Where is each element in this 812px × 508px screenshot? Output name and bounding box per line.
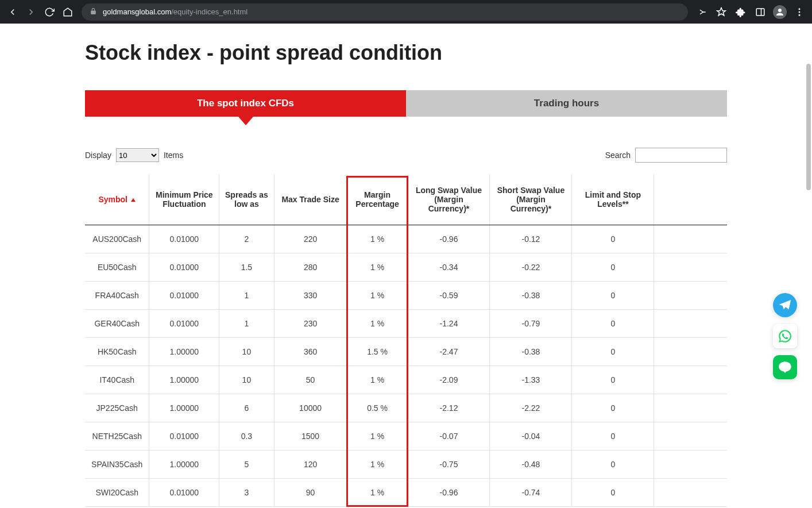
cell-margin: 1 % [347, 422, 408, 451]
cell-symbol: FRA40Cash [85, 282, 149, 310]
cell-long_swap: -0.34 [408, 253, 490, 282]
home-button[interactable] [60, 4, 76, 20]
items-label: Items [164, 151, 183, 160]
back-button[interactable] [5, 4, 21, 20]
col-header-min-price[interactable]: Minimum Price Fluctuation [149, 174, 219, 225]
cell-limit_stop: 0 [572, 225, 654, 253]
cell-max_trade: 1500 [274, 422, 347, 451]
cell-empty [654, 366, 727, 394]
reload-button[interactable] [41, 4, 57, 20]
table-row: EU50Cash0.010001.52801 %-0.34-0.220 [85, 253, 727, 282]
svg-point-2 [778, 9, 782, 12]
search-input[interactable] [635, 148, 727, 163]
col-header-margin[interactable]: Margin Percentage [347, 174, 408, 225]
cell-max_trade: 280 [274, 253, 347, 282]
cell-min_price: 1.00000 [149, 451, 219, 479]
tab-spot-index-cfds[interactable]: The spot index CFDs [85, 90, 406, 117]
cell-margin: 1 % [347, 451, 408, 479]
svg-point-4 [799, 11, 801, 13]
share-button[interactable] [694, 4, 710, 20]
cell-empty [654, 282, 727, 310]
col-header-spreads[interactable]: Spreads as low as [219, 174, 274, 225]
cell-symbol: EU50Cash [85, 253, 149, 282]
cell-margin: 1 % [347, 310, 408, 338]
forward-button[interactable] [23, 4, 39, 20]
cell-long_swap: -0.59 [408, 282, 490, 310]
cell-symbol: SPAIN35Cash [85, 451, 149, 479]
cell-empty [654, 479, 727, 507]
cell-spreads: 10 [219, 366, 274, 394]
lock-icon [90, 7, 97, 17]
cell-margin: 0.5 % [347, 394, 408, 422]
cell-max_trade: 50 [274, 366, 347, 394]
cell-limit_stop: 0 [572, 394, 654, 422]
cell-symbol: SWI20Cash [85, 479, 149, 507]
cell-min_price: 0.01000 [149, 479, 219, 507]
search-control: Search [605, 148, 727, 163]
cell-short_swap: -0.74 [490, 479, 572, 507]
cell-spreads: 1 [219, 282, 274, 310]
cell-symbol: GER40Cash [85, 310, 149, 338]
address-bar[interactable]: goldmansglobal.com/equity-indices_en.htm… [82, 3, 688, 21]
whatsapp-button[interactable] [773, 324, 797, 348]
cell-margin: 1.5 % [347, 338, 408, 366]
cell-margin: 1 % [347, 225, 408, 253]
cell-symbol: HK50Cash [85, 338, 149, 366]
extensions-button[interactable] [733, 4, 749, 20]
tab-trading-hours[interactable]: Trading hours [406, 90, 727, 117]
table-row: NETH25Cash0.010000.315001 %-0.07-0.040 [85, 422, 727, 451]
cell-max_trade: 90 [274, 479, 347, 507]
cell-margin: 1 % [347, 282, 408, 310]
cell-min_price: 1.00000 [149, 394, 219, 422]
cell-min_price: 0.01000 [149, 422, 219, 451]
cell-limit_stop: 0 [572, 366, 654, 394]
cell-short_swap: -0.38 [490, 338, 572, 366]
table-row: HK50Cash1.00000103601.5 %-2.47-0.380 [85, 338, 727, 366]
cell-symbol: AUS200Cash [85, 225, 149, 253]
cell-empty [654, 422, 727, 451]
cell-long_swap: -2.12 [408, 394, 490, 422]
scrollbar-track[interactable] [805, 24, 812, 508]
col-header-max-trade[interactable]: Max Trade Size [274, 174, 347, 225]
col-header-short-swap[interactable]: Short Swap Value (Margin Currency)* [490, 174, 572, 225]
cell-margin: 1 % [347, 366, 408, 394]
browser-toolbar: goldmansglobal.com/equity-indices_en.htm… [0, 0, 812, 24]
cell-margin: 1 % [347, 479, 408, 507]
menu-button[interactable] [791, 4, 807, 20]
cell-empty [654, 310, 727, 338]
cell-short_swap: -0.04 [490, 422, 572, 451]
cell-min_price: 0.01000 [149, 282, 219, 310]
cell-empty [654, 394, 727, 422]
cell-max_trade: 360 [274, 338, 347, 366]
spread-table: Symbol Minimum Price Fluctuation Spreads… [85, 174, 727, 507]
cell-max_trade: 10000 [274, 394, 347, 422]
svg-rect-0 [756, 9, 764, 16]
cell-spreads: 5 [219, 451, 274, 479]
url-text: goldmansglobal.com/equity-indices_en.htm… [103, 7, 248, 16]
tabs: The spot index CFDs Trading hours [85, 90, 727, 117]
profile-button[interactable] [772, 4, 788, 20]
cell-spreads: 10 [219, 338, 274, 366]
table-row: JP225Cash1.000006100000.5 %-2.12-2.220 [85, 394, 727, 422]
cell-spreads: 3 [219, 479, 274, 507]
svg-point-3 [799, 8, 801, 10]
col-header-empty [654, 174, 727, 225]
col-header-symbol[interactable]: Symbol [85, 174, 149, 225]
display-select[interactable]: 10 [116, 148, 159, 162]
line-button[interactable] [773, 355, 797, 379]
bookmark-button[interactable] [713, 4, 729, 20]
cell-short_swap: -0.48 [490, 451, 572, 479]
cell-long_swap: -2.09 [408, 366, 490, 394]
cell-long_swap: -0.75 [408, 451, 490, 479]
cell-limit_stop: 0 [572, 253, 654, 282]
cell-short_swap: -0.79 [490, 310, 572, 338]
table-row: GER40Cash0.0100012301 %-1.24-0.790 [85, 310, 727, 338]
cell-min_price: 1.00000 [149, 338, 219, 366]
col-header-limit-stop[interactable]: Limit and Stop Levels** [572, 174, 654, 225]
scrollbar-thumb[interactable] [806, 64, 811, 190]
cell-spreads: 1 [219, 310, 274, 338]
search-label: Search [605, 151, 631, 160]
telegram-button[interactable] [773, 293, 797, 317]
col-header-long-swap[interactable]: Long Swap Value (Margin Currency)* [408, 174, 490, 225]
sidepanel-button[interactable] [752, 4, 768, 20]
